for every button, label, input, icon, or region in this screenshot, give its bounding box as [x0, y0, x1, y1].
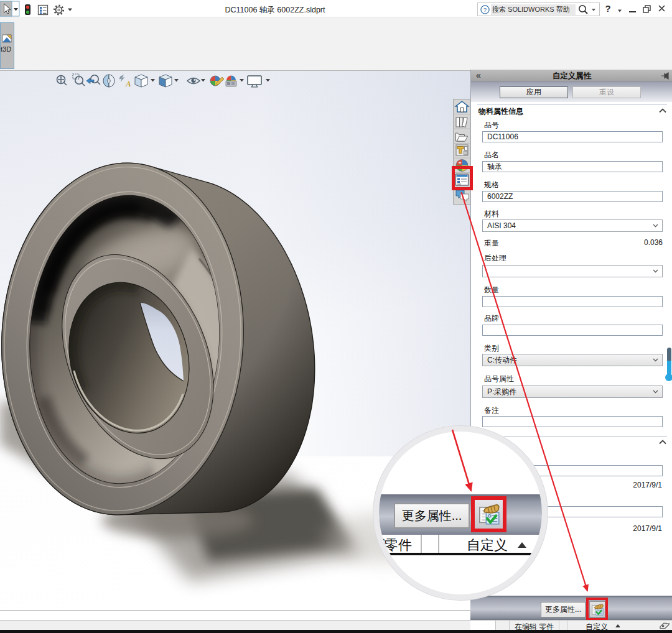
svg-text:?: ?: [483, 6, 487, 13]
svg-text:A: A: [125, 79, 131, 88]
